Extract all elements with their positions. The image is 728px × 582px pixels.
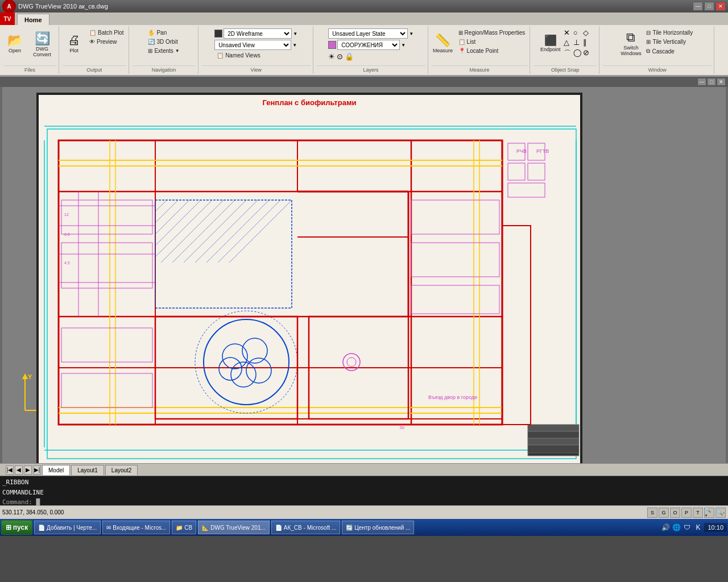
snap-icon-1[interactable]: ✕ <box>564 28 572 37</box>
group-window: ⧉ Switch Windows ⊟ Tile Horizontally ⊞ T… <box>601 26 714 74</box>
nav-label: Navigation <box>133 65 196 73</box>
sun-icon[interactable]: ☀ <box>328 52 335 61</box>
list-button[interactable]: 📋 List <box>456 38 528 46</box>
zoom-in[interactable]: 🔍+ <box>704 508 714 518</box>
layer-state-select[interactable]: Unsaved Layer State <box>328 28 408 39</box>
circle-icon[interactable]: ⊙ <box>337 52 343 61</box>
tile-horizontal-button[interactable]: ⊟ Tile Horizontally <box>644 28 695 37</box>
canvas-close[interactable]: ✕ <box>717 78 726 86</box>
svg-rect-70 <box>528 438 579 445</box>
lock-icon[interactable]: 🔒 <box>345 52 354 61</box>
close-btn[interactable]: ✕ <box>715 2 726 11</box>
grid-toggle[interactable]: G <box>659 508 669 518</box>
maximize-btn[interactable]: □ <box>704 2 714 11</box>
minimize-btn[interactable]: — <box>693 2 703 11</box>
cmd-line-2: COMMANDLINE <box>2 488 726 498</box>
ribbon-logo[interactable]: TV <box>0 13 15 25</box>
svg-line-48 <box>195 200 258 263</box>
otrack-toggle[interactable]: T <box>693 508 703 518</box>
snap-icon-4[interactable]: △ <box>564 38 572 47</box>
layers-inner: Unsaved Layer State ▼ СООРУЖЕНИЯ ▼ ☀ ⊙ <box>328 27 413 65</box>
pan-button[interactable]: ✋ Pan <box>146 28 181 37</box>
tray-security[interactable]: 🛡 <box>682 523 692 532</box>
tile-vertical-button[interactable]: ⊞ Tile Vertically <box>644 38 695 46</box>
named-views-button[interactable]: 📋 Named Views <box>214 51 297 60</box>
start-button[interactable]: ⊞ пуск <box>1 520 32 535</box>
svg-rect-74 <box>502 226 531 425</box>
polar-toggle[interactable]: P <box>681 508 692 518</box>
taskbar-item-1[interactable]: ✉ Входящие - Micros... <box>102 521 170 534</box>
taskbar-item-3[interactable]: 📐 DWG TrueView 201... <box>198 521 270 534</box>
nav-col: ✋ Pan 🔄 3D Orbit ⊞ Extents ▼ <box>146 27 181 55</box>
nav-buttons: ✋ Pan 🔄 3D Orbit ⊞ Extents ▼ <box>146 27 181 65</box>
group-output: 🖨 Plot 📋 Batch Plot 👁 Preview Output <box>60 26 129 74</box>
snap-icon-7[interactable]: ⌒ <box>564 48 572 59</box>
status-right: S G O P T 🔍+ 🔍- <box>647 508 726 518</box>
canvas-controls: — □ ✕ <box>0 77 728 87</box>
snap-icon-8[interactable]: ◯ <box>573 48 582 59</box>
endpoint-button[interactable]: ⬛ Endpoint <box>539 27 562 60</box>
saved-view-select[interactable]: Unsaved View <box>214 40 291 50</box>
svg-rect-64 <box>508 163 525 180</box>
snap-icon-2[interactable]: ○ <box>573 28 582 37</box>
ribbon-content: 📂 Open 🔄 DWG Convert Files 🖨 Plot <box>0 25 728 76</box>
view-inner: 2D Wireframe ▼ Unsaved View ▼ 📋 Named Vi… <box>214 27 297 65</box>
ortho-toggle[interactable]: O <box>670 508 680 518</box>
taskbar-item-0[interactable]: 📄 Добавить | Черте... <box>34 521 101 534</box>
snap-toggle[interactable]: S <box>647 508 657 518</box>
titlebar-controls[interactable]: — □ ✕ <box>693 2 726 11</box>
snap-icon-9[interactable]: ⊘ <box>583 48 592 59</box>
layout-nav-prev[interactable]: ◀ <box>15 465 23 475</box>
svg-rect-60 <box>411 243 499 277</box>
group-navigation: ✋ Pan 🔄 3D Orbit ⊞ Extents ▼ Navigation <box>130 26 198 74</box>
svg-point-57 <box>219 357 242 380</box>
saved-view-row: Unsaved View ▼ <box>214 40 297 50</box>
tab-home[interactable]: Home <box>17 14 49 25</box>
plot-button[interactable]: 🖨 Plot <box>63 27 85 60</box>
tab-layout2[interactable]: Layout2 <box>105 465 138 475</box>
dwg-convert-button[interactable]: 🔄 DWG Convert <box>28 28 56 61</box>
switch-windows-button[interactable]: ⧉ Switch Windows <box>619 27 642 60</box>
tray-antivirus[interactable]: K <box>693 523 702 532</box>
layout-nav-last[interactable]: ▶| <box>33 465 41 475</box>
extents-button[interactable]: ⊞ Extents ▼ <box>146 47 181 55</box>
snap-col: ✕ ○ ◇ △ ⊥ ∥ ⌒ ◯ ⊘ <box>564 27 592 59</box>
tab-model[interactable]: Model <box>42 465 70 475</box>
taskbar-item-5[interactable]: 🔄 Центр обновлений ... <box>342 521 414 534</box>
canvas-minimize[interactable]: — <box>697 78 706 86</box>
windows-logo: ⊞ <box>6 523 11 531</box>
cascade-button[interactable]: ⧉ Cascade <box>644 47 695 56</box>
tray-volume[interactable]: 🔊 <box>661 523 670 532</box>
layer-name-row: СООРУЖЕНИЯ ▼ <box>328 40 413 50</box>
taskbar-item-2[interactable]: 📁 СВ <box>172 521 196 534</box>
drawing-title: Генплан с биофильтрами <box>262 98 356 107</box>
tray-network[interactable]: 🌐 <box>672 523 681 532</box>
drawing-canvas[interactable]: Генплан с биофильтрами <box>36 93 582 463</box>
preview-button[interactable]: 👁 Preview <box>87 38 126 46</box>
canvas-maximize[interactable]: □ <box>707 78 716 86</box>
view-mode-select[interactable]: 2D Wireframe <box>224 28 292 39</box>
measure-button[interactable]: 📏 Measure <box>432 27 454 60</box>
layers-col: Unsaved Layer State ▼ СООРУЖЕНИЯ ▼ ☀ ⊙ <box>328 27 413 61</box>
orbit-button[interactable]: 🔄 3D Orbit <box>146 38 181 46</box>
svg-rect-39 <box>155 200 292 308</box>
layer-name-select[interactable]: СООРУЖЕНИЯ <box>337 40 400 50</box>
region-button[interactable]: ⊞ Region/Mass Properties <box>456 28 528 37</box>
snap-icon-3[interactable]: ◇ <box>583 28 592 37</box>
tab-layout1[interactable]: Layout1 <box>71 465 104 475</box>
drawing-area[interactable]: Y X Генплан с биофильтрами <box>2 87 726 463</box>
taskbar-item-5-icon: 🔄 <box>346 525 353 531</box>
snap-icon-6[interactable]: ∥ <box>583 38 592 47</box>
svg-text:50: 50 <box>400 426 404 430</box>
layout-nav-next[interactable]: ▶ <box>24 465 32 475</box>
open-button[interactable]: 📂 Open <box>3 27 26 60</box>
list-icon: 📋 <box>458 39 465 45</box>
batch-plot-button[interactable]: 📋 Batch Plot <box>87 28 126 37</box>
layout-nav-first[interactable]: |◀ <box>6 465 14 475</box>
snap-inner: ⬛ Endpoint ✕ ○ ◇ △ ⊥ ∥ ⌒ ◯ ⊘ <box>539 27 592 65</box>
taskbar-item-4[interactable]: 📄 АК_СВ - Microsoft ... <box>271 521 341 534</box>
locate-button[interactable]: 📍 Locate Point <box>456 47 528 55</box>
svg-text:6.0: 6.0 <box>64 232 70 236</box>
zoom-out[interactable]: 🔍- <box>715 508 726 518</box>
snap-icon-5[interactable]: ⊥ <box>573 38 582 47</box>
